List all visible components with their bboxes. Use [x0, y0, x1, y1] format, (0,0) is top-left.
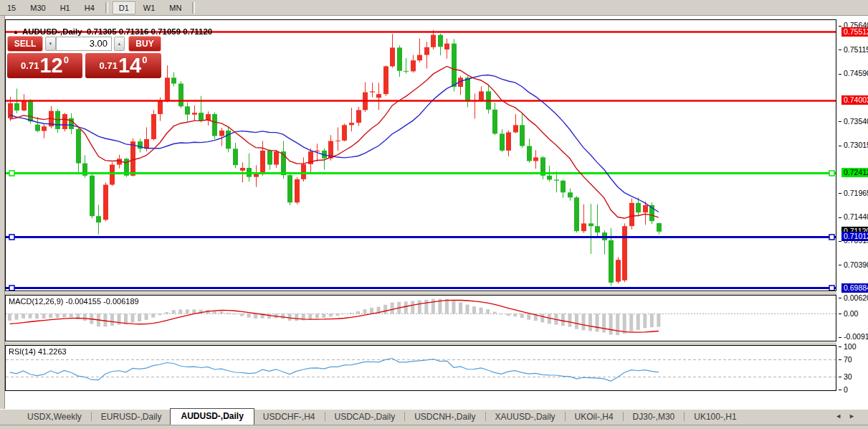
- macd-tick-label: 0.00: [839, 309, 858, 319]
- window-left-edge: [0, 16, 5, 425]
- buy-price-quote[interactable]: 0.71140: [85, 53, 161, 78]
- toolbar-separator: [192, 2, 195, 14]
- bottom-edge: [0, 425, 868, 429]
- sell-price-pips: 12: [39, 55, 62, 76]
- buy-price-pips: 14: [118, 55, 141, 76]
- price-tick-label: 0.75115: [839, 45, 868, 55]
- chart-tab-ukoil-h4[interactable]: UKOil-,H4: [566, 410, 622, 425]
- chart-tab-usdcnh-daily[interactable]: USDCNH-,Daily: [406, 410, 484, 425]
- collapse-panel-icon[interactable]: ▲: [13, 29, 19, 35]
- chart-tab-audusd-daily[interactable]: AUDUSD-,Daily: [170, 408, 254, 425]
- price-tick-label: 0.73540: [839, 117, 868, 126]
- price-tick-label: 0.71965: [839, 189, 868, 198]
- macd-indicator-label: MACD(12,26,9) -0.004155 -0.006189: [9, 297, 139, 306]
- chart-tab-xauusd-daily[interactable]: XAUUSD-,Daily: [487, 410, 564, 425]
- price-tick-label: 0.74590: [839, 69, 868, 78]
- tab-separator: [404, 412, 405, 421]
- rsi-tick-label: 0: [839, 385, 848, 395]
- price-tick-label: 0.71440: [839, 212, 868, 222]
- rsi-tick-label: 30: [839, 372, 852, 382]
- timeframe-button-15[interactable]: 15: [1, 1, 22, 14]
- price-level-label: 0.71012: [841, 232, 868, 241]
- rsi-tick-label: 70: [839, 355, 852, 364]
- price-level-label: 0.69884: [841, 283, 868, 293]
- macd-tick-label: -0.009197: [839, 332, 868, 341]
- timeframe-button-w1[interactable]: W1: [137, 1, 162, 14]
- timeframe-button-d1[interactable]: D1: [113, 1, 135, 14]
- sell-price-point: 0: [64, 55, 69, 65]
- rsi-canvas[interactable]: [5, 345, 836, 391]
- timeframe-button-m30[interactable]: M30: [24, 1, 52, 14]
- rsi-tick-label: 100: [839, 342, 857, 352]
- tab-separator: [91, 412, 92, 421]
- toolbar-separator: [105, 2, 108, 14]
- tab-separator: [623, 412, 624, 421]
- chart-tab-uk100-h1[interactable]: UK100-,H1: [685, 410, 745, 425]
- main-chart-pane: ▲AUDUSD-,Daily 0.71305 0.71316 0.71059 0…: [5, 19, 836, 291]
- tab-scroll-left-icon[interactable]: ◄: [835, 412, 849, 420]
- buy-price-prefix: 0.71: [100, 60, 118, 71]
- price-level-label: 0.74002: [841, 95, 868, 105]
- buy-price-point: 0: [142, 55, 147, 65]
- tab-separator: [565, 412, 566, 421]
- chart-tab-usdcad-daily[interactable]: USDCAD-,Daily: [326, 410, 404, 425]
- rsi-indicator-label: RSI(14) 41.2263: [9, 347, 67, 356]
- volume-input[interactable]: [56, 37, 112, 51]
- chart-window: ▲AUDUSD-,Daily 0.71305 0.71316 0.71059 0…: [5, 16, 868, 409]
- macd-pane: MACD(12,26,9) -0.004155 -0.006189: [5, 295, 836, 341]
- timeframe-button-mn[interactable]: MN: [163, 1, 188, 14]
- sell-button[interactable]: SELL: [7, 36, 43, 52]
- tab-scroll-right-icon[interactable]: ►: [849, 412, 862, 420]
- price-tick-label: 0.73015: [839, 141, 868, 150]
- tab-separator: [325, 412, 325, 421]
- one-click-trading-panel: SELL ▼ ▲ BUY 0.71120 0.71140: [7, 35, 163, 78]
- volume-increase-button[interactable]: ▲: [114, 37, 125, 51]
- timeframe-button-h4[interactable]: H4: [78, 1, 101, 14]
- price-tick-label: 0.70390: [839, 260, 868, 270]
- sell-price-prefix: 0.71: [21, 60, 39, 71]
- volume-decrease-button[interactable]: ▼: [45, 37, 56, 51]
- timeframe-button-h1[interactable]: H1: [54, 1, 77, 14]
- macd-tick-label: 0.006201: [839, 293, 868, 303]
- timeframe-toolbar: 15M30H1H4D1W1MN: [0, 0, 868, 16]
- chart-tab-dj30-m30[interactable]: DJ30-,M30: [624, 410, 684, 425]
- rsi-pane: RSI(14) 41.2263: [5, 345, 836, 391]
- tab-scroll-arrows: ◄►: [835, 412, 862, 420]
- tab-separator: [684, 412, 685, 421]
- trading-terminal: 15M30H1H4D1W1MN ▲AUDUSD-,Daily 0.71305 0…: [0, 0, 868, 429]
- chart-tab-eurusd-daily[interactable]: EURUSD-,Daily: [92, 410, 171, 425]
- sell-price-quote[interactable]: 0.71120: [7, 53, 82, 78]
- chart-tab-usdchf-h4[interactable]: USDCHF-,H4: [254, 410, 324, 425]
- price-level-label: 0.72412: [841, 168, 868, 177]
- tab-separator: [485, 412, 486, 421]
- buy-button[interactable]: BUY: [128, 36, 161, 52]
- chart-tab-usdx-weekly[interactable]: USDX,Weekly: [19, 410, 90, 425]
- price-level-label: 0.75512: [841, 27, 868, 37]
- chart-tab-bar: USDX,WeeklyEURUSD-,DailyAUDUSD-,DailyUSD…: [0, 409, 868, 425]
